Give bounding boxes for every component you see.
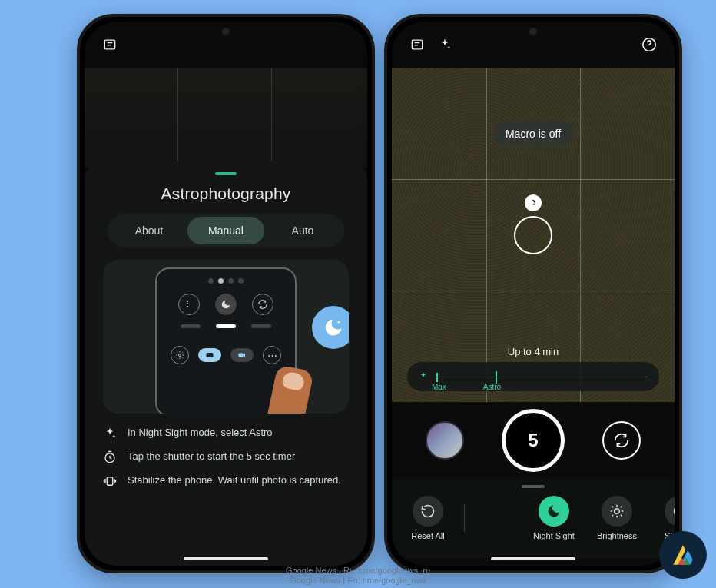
- macro-toast: Macro is off: [493, 121, 573, 146]
- refresh-icon: [252, 294, 273, 315]
- footer-line: Google News | Ru: t.me/googlenws_ru: [286, 566, 430, 576]
- mic-off-icon: [525, 194, 542, 211]
- sparkle-icon[interactable]: [433, 33, 456, 56]
- more-icon: ⋯: [263, 346, 281, 364]
- moon-icon: [215, 294, 237, 315]
- phone-left: Astrophotography About Manual Auto ⠇: [77, 14, 375, 573]
- viewfinder-preview: [85, 68, 367, 168]
- instruction-illustration: ⠇: [103, 260, 349, 414]
- svg-rect-2: [207, 353, 214, 357]
- tips-list: In Night Sight mode, select Astro Tap th…: [101, 426, 350, 488]
- shutter-button[interactable]: 5: [502, 409, 565, 472]
- tip-text: In Night Sight mode, select Astro: [128, 426, 273, 440]
- stabilize-icon: [101, 474, 118, 488]
- exposure-slider[interactable]: Max Astro: [407, 362, 659, 391]
- svg-rect-3: [239, 354, 244, 357]
- svg-rect-0: [104, 40, 114, 49]
- gallery-thumbnail[interactable]: [426, 421, 464, 460]
- footer-line: Google News | En: t.me/google_nws: [286, 576, 430, 586]
- slider-min-label: Max: [432, 383, 446, 391]
- brightness-icon: [602, 496, 632, 527]
- reset-icon: [413, 496, 443, 527]
- mode-label: Brightness: [597, 531, 637, 540]
- image-footer: Google News | Ru: t.me/googlenws_ru Goog…: [286, 566, 430, 587]
- mode-label: Night Sight: [533, 531, 575, 540]
- screen-left: Astrophotography About Manual Auto ⠇: [85, 22, 367, 566]
- front-camera: [222, 28, 230, 35]
- exposure-hint: Up to 4 min: [508, 346, 559, 357]
- astro-fab-icon: [312, 306, 349, 349]
- tab-auto[interactable]: Auto: [264, 217, 341, 244]
- option-dots-icon: ⠇: [178, 294, 200, 315]
- mode-reset[interactable]: Reset All: [401, 496, 455, 540]
- shadow-icon: [665, 496, 675, 527]
- front-camera: [529, 28, 537, 35]
- channel-logo: [659, 531, 707, 579]
- phone-right: Macro is off Up to 4 min: [384, 14, 682, 573]
- mode-brightness[interactable]: Brightness: [590, 496, 644, 540]
- tip-text: Tap the shutter to start the 5 sec timer: [128, 450, 295, 463]
- tip-item: In Night Sight mode, select Astro: [101, 426, 350, 440]
- tab-about[interactable]: About: [111, 217, 187, 244]
- switch-camera-button[interactable]: [602, 421, 641, 460]
- mode-label: Reset All: [411, 531, 444, 540]
- svg-rect-6: [412, 40, 422, 49]
- sparkle-icon: [418, 371, 429, 382]
- photo-mode-icon: [198, 348, 221, 362]
- tip-item: Stabilize the phone. Wait until photo is…: [101, 473, 350, 488]
- svg-point-1: [179, 354, 181, 357]
- shutter-count: 5: [528, 430, 538, 451]
- moon-icon: [539, 496, 569, 527]
- focus-indicator[interactable]: [514, 194, 552, 254]
- gear-icon: [171, 346, 189, 364]
- sheet-title: Astrophotography: [98, 184, 353, 203]
- tip-text: Stabilize the phone. Wait until photo is…: [128, 473, 341, 487]
- tab-group: About Manual Auto: [108, 214, 344, 247]
- screen-right: Macro is off Up to 4 min: [392, 22, 675, 566]
- timer-icon: [101, 450, 118, 464]
- mode-drag-handle[interactable]: [522, 485, 545, 488]
- sheet-drag-handle[interactable]: [215, 172, 237, 175]
- capture-row: 5: [392, 402, 675, 479]
- tab-manual[interactable]: Manual: [187, 217, 264, 244]
- svg-point-9: [675, 506, 675, 517]
- mode-strip: Reset All Night Sight Brightness: [392, 479, 675, 558]
- format-icon[interactable]: [98, 33, 121, 56]
- sparkle-icon: [101, 427, 118, 440]
- slider-max-label: Astro: [483, 383, 501, 391]
- home-indicator[interactable]: [491, 557, 575, 560]
- viewfinder[interactable]: Macro is off Up to 4 min: [392, 68, 675, 402]
- svg-rect-5: [107, 477, 113, 486]
- format-icon[interactable]: [406, 33, 429, 56]
- video-mode-icon: [230, 348, 254, 362]
- mode-night-sight[interactable]: Night Sight: [527, 496, 581, 540]
- svg-point-8: [615, 509, 620, 514]
- home-indicator[interactable]: [184, 557, 268, 560]
- help-icon[interactable]: [638, 33, 661, 56]
- astro-sheet: Astrophotography About Manual Auto ⠇: [85, 161, 367, 566]
- tip-item: Tap the shutter to start the 5 sec timer: [101, 450, 350, 464]
